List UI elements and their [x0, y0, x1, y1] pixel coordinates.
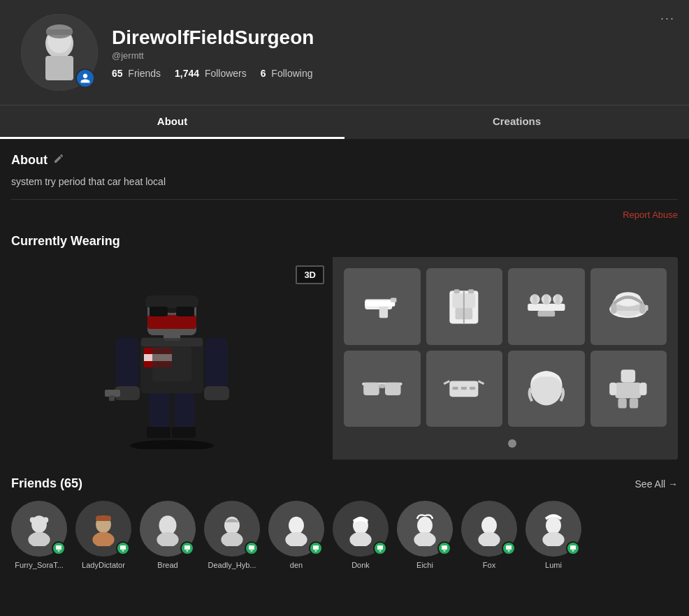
friend-item[interactable]: Fox	[461, 501, 517, 569]
svg-point-85	[157, 532, 178, 546]
svg-point-101	[414, 532, 435, 546]
svg-rect-30	[141, 338, 203, 346]
svg-rect-17	[205, 337, 228, 390]
friend-item[interactable]: Deadly_Hyb...	[204, 501, 260, 569]
svg-rect-42	[528, 304, 565, 311]
svg-rect-5	[46, 29, 73, 35]
report-abuse-link[interactable]: Report Abuse	[11, 210, 678, 220]
friend-avatar-wrapper	[11, 501, 67, 557]
friend-name: Furry_SoraT...	[15, 561, 64, 569]
svg-point-89	[221, 532, 242, 546]
svg-rect-86	[184, 545, 190, 550]
svg-rect-57	[363, 383, 379, 395]
friend-item[interactable]: Donk	[333, 501, 389, 569]
more-options-button[interactable]: ···	[660, 11, 675, 26]
view-3d-button[interactable]: 3D	[296, 265, 324, 284]
friend-item[interactable]: Furry_SoraT...	[11, 501, 67, 569]
friends-title: Friends (65)	[11, 476, 82, 491]
friend-item[interactable]: den	[268, 501, 324, 569]
friend-name: Lumi	[545, 561, 562, 569]
svg-rect-70	[640, 383, 647, 395]
svg-point-109	[542, 532, 564, 546]
wearing-section: Currently Wearing 3D	[11, 234, 678, 460]
pagination-dot-1[interactable]	[494, 439, 502, 448]
friend-avatar-wrapper	[140, 501, 196, 557]
items-grid	[344, 268, 667, 427]
svg-point-105	[478, 532, 500, 546]
friend-item[interactable]: Lumi	[525, 501, 581, 569]
svg-marker-95	[314, 550, 317, 552]
friend-item[interactable]: LadyDictator	[75, 501, 131, 569]
following-count: 6 Following	[261, 68, 313, 79]
svg-marker-103	[443, 550, 446, 552]
svg-rect-62	[461, 387, 467, 390]
tab-creations[interactable]: Creations	[344, 105, 689, 139]
profile-stats: 65 Friends 1,744 Followers 6 Following	[112, 68, 668, 79]
svg-point-6	[130, 440, 214, 449]
friend-online-badge	[180, 541, 194, 555]
item-card-vest[interactable]	[426, 268, 503, 345]
svg-marker-78	[57, 550, 60, 552]
svg-rect-29	[168, 309, 176, 313]
item-card-pistol[interactable]	[344, 268, 421, 345]
friend-online-badge	[373, 541, 387, 555]
edit-about-icon[interactable]	[53, 153, 64, 168]
svg-point-104	[481, 517, 497, 534]
friend-avatar-wrapper	[461, 501, 517, 557]
friend-online-badge	[437, 541, 451, 555]
svg-rect-44	[532, 294, 537, 304]
svg-point-93	[285, 532, 307, 546]
svg-line-65	[479, 381, 484, 384]
svg-rect-48	[556, 294, 560, 304]
friends-header: Friends (65) See All →	[11, 476, 678, 491]
see-all-friends-link[interactable]: See All →	[635, 478, 678, 490]
item-card-mask[interactable]	[426, 351, 503, 427]
svg-rect-25	[145, 295, 198, 308]
friend-online-badge	[502, 541, 516, 555]
svg-rect-67	[621, 370, 636, 383]
svg-rect-102	[442, 545, 447, 550]
tab-about[interactable]: About	[0, 105, 344, 139]
svg-point-108	[546, 517, 561, 534]
svg-rect-82	[120, 545, 126, 550]
item-card-tools[interactable]	[508, 268, 585, 345]
svg-point-76	[43, 518, 48, 523]
wearing-title: Currently Wearing	[11, 234, 678, 249]
about-divider	[11, 199, 678, 200]
wearing-container: 3D	[11, 257, 678, 460]
about-title: About	[11, 153, 678, 168]
svg-marker-83	[122, 550, 124, 552]
friend-name: Bread	[157, 561, 177, 569]
svg-rect-40	[454, 289, 460, 293]
svg-rect-98	[377, 545, 383, 550]
profile-username: DirewolfFieldSurgeon	[112, 27, 668, 49]
svg-rect-19	[204, 386, 229, 400]
profile-header: DirewolfFieldSurgeon @jermtt 65 Friends …	[0, 0, 689, 105]
svg-rect-33	[379, 305, 388, 318]
svg-marker-87	[186, 550, 189, 552]
friend-avatar-wrapper	[397, 501, 453, 557]
friend-item[interactable]: Bread	[140, 501, 196, 569]
friend-name: Donk	[351, 561, 370, 569]
svg-line-64	[444, 381, 450, 384]
pagination-dot-2[interactable]	[508, 439, 516, 448]
friend-name: den	[290, 561, 303, 569]
svg-marker-107	[507, 550, 510, 552]
friends-grid: Furry_SoraT... LadyDictator	[11, 501, 678, 569]
about-bio: system try period that car heat local	[11, 175, 678, 189]
svg-point-100	[417, 517, 433, 534]
item-card-sunglasses[interactable]	[344, 351, 421, 427]
svg-marker-99	[379, 550, 382, 552]
svg-point-80	[92, 532, 114, 546]
svg-rect-110	[570, 545, 576, 550]
item-card-cap[interactable]	[590, 268, 667, 345]
friend-item[interactable]: Eichi	[397, 501, 453, 569]
svg-rect-49	[537, 311, 555, 316]
svg-marker-91	[250, 550, 253, 552]
profile-handle: @jermtt	[112, 50, 668, 61]
svg-rect-61	[453, 387, 458, 390]
svg-rect-31	[152, 346, 191, 381]
item-card-hair[interactable]	[508, 351, 585, 427]
svg-rect-10	[172, 427, 196, 438]
item-card-character-body[interactable]	[590, 351, 667, 427]
